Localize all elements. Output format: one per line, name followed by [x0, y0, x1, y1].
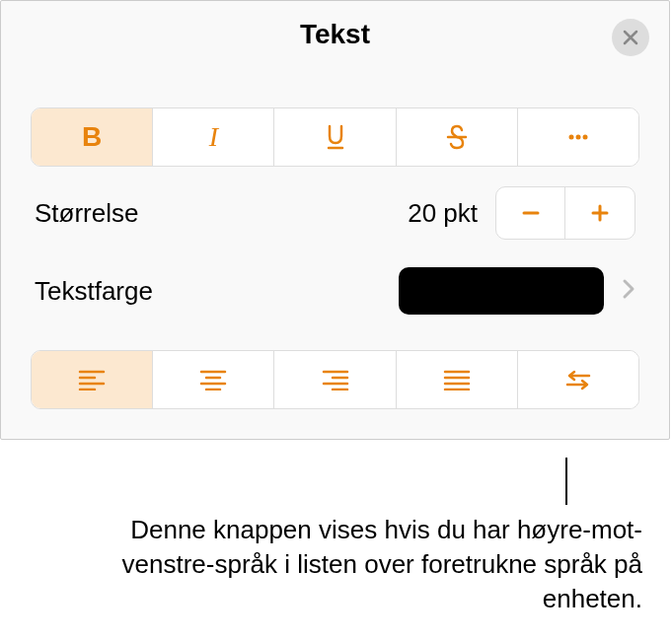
size-value: 20 pkt [408, 198, 478, 229]
more-icon [566, 123, 590, 151]
underline-button[interactable] [274, 108, 396, 166]
size-stepper [495, 186, 635, 240]
size-increase-button[interactable] [565, 187, 635, 239]
size-decrease-button[interactable] [496, 187, 565, 239]
text-format-panel: Tekst B I [0, 0, 670, 440]
panel-title: Tekst [1, 19, 669, 50]
callout-text: Denne knappen vises hvis du har høyre-mo… [80, 513, 642, 616]
italic-button[interactable]: I [153, 108, 274, 166]
align-right-icon [321, 369, 350, 391]
align-justify-icon [442, 369, 472, 391]
underline-icon [324, 123, 347, 151]
more-options-button[interactable] [518, 108, 638, 166]
chevron-right-icon [622, 278, 635, 300]
svg-point-4 [582, 135, 587, 140]
close-button[interactable] [612, 19, 649, 56]
color-label: Tekstfarge [35, 276, 399, 307]
align-center-button[interactable] [153, 351, 274, 408]
close-icon [622, 29, 639, 46]
color-row: Tekstfarge [31, 267, 639, 315]
align-left-icon [77, 369, 107, 391]
strikethrough-button[interactable] [397, 108, 518, 166]
text-direction-icon [563, 369, 593, 391]
panel-content: B I [1, 68, 669, 439]
plus-icon [588, 201, 612, 225]
color-disclosure-button[interactable] [622, 278, 635, 304]
minus-icon [519, 201, 543, 225]
italic-icon: I [209, 121, 218, 153]
size-row: Størrelse 20 pkt [31, 186, 639, 240]
svg-point-2 [568, 135, 573, 140]
strikethrough-icon [445, 123, 469, 151]
align-right-button[interactable] [274, 351, 396, 408]
size-label: Størrelse [35, 198, 408, 229]
align-center-icon [198, 369, 228, 391]
alignment-group [31, 350, 639, 409]
bold-icon: B [82, 121, 102, 153]
color-swatch[interactable] [399, 267, 604, 315]
bold-button[interactable]: B [32, 108, 153, 166]
svg-point-3 [575, 135, 580, 140]
text-direction-button[interactable] [518, 351, 638, 408]
callout-line [565, 458, 567, 505]
panel-header: Tekst [1, 1, 669, 68]
align-left-button[interactable] [32, 351, 153, 408]
align-justify-button[interactable] [397, 351, 518, 408]
text-style-group: B I [31, 107, 639, 167]
